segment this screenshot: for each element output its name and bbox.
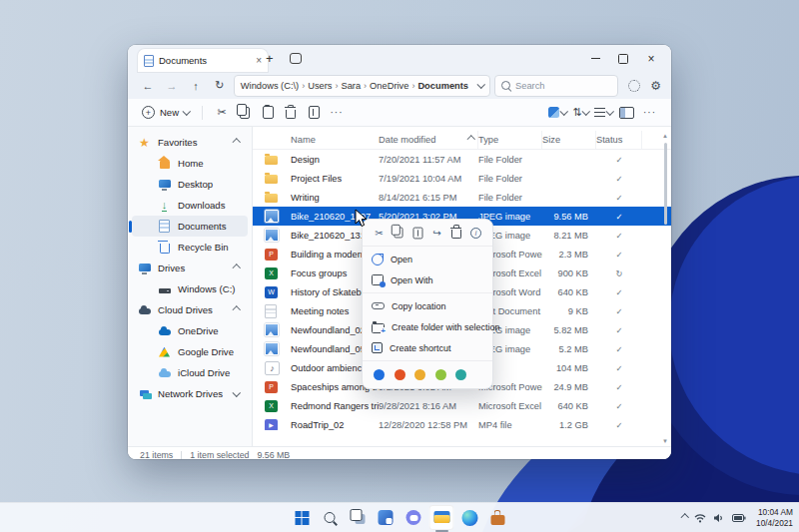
more-options-button[interactable]: ··· bbox=[326, 102, 349, 124]
context-menu-item-create-shortcut[interactable]: Create shortcut bbox=[363, 337, 492, 358]
tag-color-4[interactable] bbox=[435, 369, 446, 380]
column-header-name[interactable]: Name bbox=[291, 131, 379, 149]
sidebar-item-documents[interactable]: Documents bbox=[132, 216, 248, 237]
forward-button[interactable]: → bbox=[162, 80, 182, 92]
file-row-roadtrip-02[interactable]: ▶RoadTrip_0212/28/2020 12:58 PMMP4 file1… bbox=[253, 415, 671, 430]
see-more-button[interactable]: ··· bbox=[638, 102, 661, 124]
cut-button[interactable]: ✂ bbox=[371, 225, 388, 241]
back-button[interactable]: ← bbox=[138, 80, 158, 92]
cut-button[interactable]: ✂ bbox=[211, 102, 234, 124]
tag-color-1[interactable] bbox=[374, 369, 385, 380]
taskbar-task-view-button[interactable] bbox=[346, 505, 371, 530]
tag-color-3[interactable] bbox=[414, 369, 425, 380]
taskbar-explorer-button[interactable] bbox=[429, 505, 454, 530]
settings-gear-icon[interactable]: ⚙ bbox=[650, 80, 661, 92]
column-header-type[interactable]: Type bbox=[478, 131, 542, 149]
sidebar-item-home[interactable]: Home bbox=[132, 153, 248, 174]
breadcrumb-dropdown-icon[interactable] bbox=[476, 80, 484, 88]
tab-documents[interactable]: Documents × bbox=[138, 49, 268, 72]
tab-close-icon[interactable]: × bbox=[256, 56, 262, 66]
file-row-writing[interactable]: Writing8/14/2021 6:15 PMFile Folder✓ bbox=[253, 188, 671, 207]
taskbar-start-button[interactable] bbox=[290, 505, 315, 530]
view-button[interactable] bbox=[592, 102, 615, 124]
search-box[interactable]: Search bbox=[494, 75, 618, 97]
scrollbar-thumb[interactable] bbox=[664, 143, 667, 225]
collapse-icon[interactable] bbox=[232, 306, 240, 314]
sync-status-button[interactable] bbox=[546, 102, 569, 124]
column-header-status[interactable]: Status bbox=[596, 131, 642, 149]
context-menu-item-copy-location[interactable]: Copy location bbox=[363, 295, 492, 316]
sidebar-item-desktop[interactable]: Desktop bbox=[132, 174, 248, 195]
sidebar-item-icloud-drive[interactable]: iCloud Drive bbox=[132, 362, 248, 383]
scroll-down-icon[interactable]: ▼ bbox=[662, 436, 668, 446]
breadcrumb[interactable]: Windows (C:\)›Users›Sara›OneDrive›Docume… bbox=[234, 75, 490, 97]
context-menu-item-create-folder-with-selection[interactable]: Create folder with selection bbox=[363, 316, 492, 337]
sidebar-section-favorites[interactable]: ★Favorites bbox=[132, 132, 248, 153]
sidebar-item-recycle-bin[interactable]: Recycle Bin bbox=[132, 237, 248, 258]
rename-button[interactable] bbox=[409, 225, 426, 241]
delete-button[interactable] bbox=[280, 102, 303, 124]
file-row-design[interactable]: Design7/20/2021 11:57 AMFile Folder✓ bbox=[253, 150, 671, 169]
image-file-icon bbox=[265, 229, 279, 242]
refresh-button[interactable]: ↻ bbox=[210, 79, 230, 92]
check-status-icon: ✓ bbox=[596, 250, 642, 260]
tag-color-5[interactable] bbox=[455, 369, 466, 380]
breadcrumb-item-users[interactable]: Users bbox=[308, 81, 332, 91]
column-header-date-modified[interactable]: Date modified bbox=[379, 131, 478, 149]
wifi-icon[interactable] bbox=[694, 513, 706, 523]
sort-button[interactable]: ⇅ bbox=[569, 102, 592, 124]
sync-spinner-icon[interactable] bbox=[628, 80, 640, 92]
scrollbar-track[interactable] bbox=[664, 141, 667, 436]
sidebar-section-network-drives[interactable]: Network Drives bbox=[132, 383, 248, 404]
sidebar-item-onedrive[interactable]: OneDrive bbox=[132, 320, 248, 341]
battery-icon[interactable] bbox=[732, 514, 746, 522]
new-button[interactable]: + New bbox=[138, 106, 194, 119]
tag-color-2[interactable] bbox=[395, 369, 405, 380]
delete-button[interactable] bbox=[448, 225, 465, 241]
sidebar-section-cloud-drives[interactable]: Cloud Drives bbox=[132, 299, 248, 320]
details-pane-button[interactable] bbox=[615, 102, 638, 124]
context-menu-item-open-with[interactable]: Open With bbox=[363, 269, 492, 290]
rename-button[interactable] bbox=[303, 102, 326, 124]
new-tab-button[interactable]: + bbox=[266, 51, 274, 66]
collapse-icon[interactable] bbox=[232, 265, 240, 272]
expand-icon[interactable] bbox=[232, 388, 240, 396]
volume-icon[interactable] bbox=[713, 513, 725, 523]
context-menu-item-open[interactable]: Open bbox=[363, 249, 492, 269]
maximize-button[interactable] bbox=[609, 45, 637, 72]
close-button[interactable]: × bbox=[637, 45, 665, 72]
gdrive-icon bbox=[158, 345, 171, 358]
cut-icon: ✂ bbox=[375, 228, 383, 239]
minimize-button[interactable] bbox=[581, 45, 609, 72]
taskbar-chat-button[interactable] bbox=[401, 505, 426, 530]
vertical-scrollbar[interactable]: ▲ ▼ bbox=[660, 131, 670, 446]
up-button[interactable]: ↑ bbox=[186, 80, 206, 92]
copy-button[interactable] bbox=[390, 225, 406, 241]
taskbar-edge-button[interactable] bbox=[457, 505, 482, 530]
sidebar-item-google-drive[interactable]: Google Drive bbox=[132, 341, 248, 362]
breadcrumb-item-onedrive[interactable]: OneDrive bbox=[370, 81, 408, 91]
taskbar-store-button[interactable] bbox=[485, 505, 510, 530]
taskbar-clock[interactable]: 10:04 AM 10/4/2021 bbox=[756, 507, 793, 528]
tab-list-button[interactable] bbox=[290, 53, 302, 64]
file-row-redmond-rangers-triat[interactable]: XRedmond Rangers triat...9/28/2021 8:16 … bbox=[253, 396, 671, 415]
sidebar-section-drives[interactable]: Drives bbox=[132, 258, 248, 278]
doc-icon bbox=[158, 220, 171, 233]
sync-status-icon: ↻ bbox=[596, 268, 642, 278]
taskbar-widgets-button[interactable] bbox=[374, 505, 399, 530]
breadcrumb-item-documents[interactable]: Documents bbox=[417, 81, 468, 91]
breadcrumb-item-windows-c[interactable]: Windows (C:\) bbox=[241, 81, 299, 91]
sidebar-item-windows-c[interactable]: Windows (C:) bbox=[132, 278, 248, 299]
file-row-project-files[interactable]: Project Files7/19/2021 10:04 AMFile Fold… bbox=[253, 169, 671, 188]
properties-button[interactable]: i bbox=[467, 225, 484, 241]
share-button[interactable]: ↪ bbox=[428, 225, 445, 241]
tray-chevron-up-icon[interactable] bbox=[680, 514, 688, 522]
copy-button[interactable] bbox=[234, 102, 257, 124]
paste-button[interactable] bbox=[257, 102, 280, 124]
collapse-icon[interactable] bbox=[232, 139, 240, 147]
column-header-size[interactable]: Size bbox=[542, 131, 596, 149]
scroll-up-icon[interactable]: ▲ bbox=[662, 131, 668, 141]
sidebar-item-downloads[interactable]: ↓Downloads bbox=[132, 195, 248, 216]
taskbar-search-button[interactable] bbox=[318, 505, 343, 530]
breadcrumb-item-sara[interactable]: Sara bbox=[341, 81, 361, 91]
